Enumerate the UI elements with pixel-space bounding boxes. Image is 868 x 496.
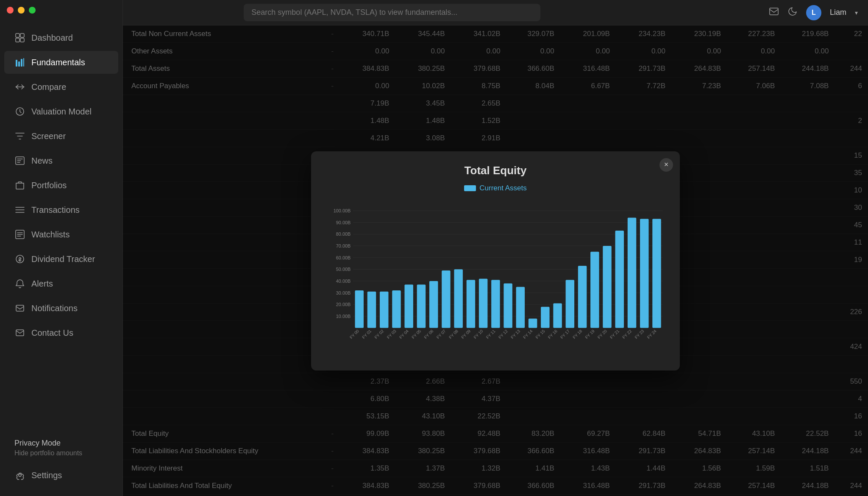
svg-text:FY 10: FY 10 [473,328,484,340]
svg-text:100.00B: 100.00B [334,208,351,213]
avatar: L [806,5,821,20]
sidebar-item-dashboard[interactable]: Dashboard [4,26,118,49]
sidebar: Dashboard Fundamentals Compare V [0,0,123,496]
svg-rect-67 [553,303,562,328]
main-content: L Liam ▾ Total Non Current Assets-340.71… [123,0,868,496]
news-icon [14,155,25,166]
modal-title: Total Equity [324,164,667,177]
svg-rect-75 [603,245,611,328]
legend-label: Current Assets [479,184,527,192]
legend-color-swatch [464,185,476,191]
transactions-icon [14,204,25,215]
svg-rect-65 [541,307,549,328]
svg-rect-69 [566,280,574,328]
svg-rect-0 [16,33,19,37]
svg-rect-5 [18,61,20,67]
sidebar-item-alerts[interactable]: Alerts [4,272,118,295]
svg-text:FY 20: FY 20 [597,328,608,340]
svg-text:FY 17: FY 17 [559,329,570,340]
compare-icon [14,81,25,92]
svg-text:90.00B: 90.00B [336,220,351,225]
sidebar-item-portfolios[interactable]: Portfolios [4,174,118,197]
sidebar-item-news[interactable]: News [4,149,118,172]
svg-text:FY 03: FY 03 [386,328,398,340]
svg-text:30.00B: 30.00B [336,290,351,295]
sidebar-label-dividend: Dividend Tracker [31,254,95,264]
fundamentals-icon [14,57,25,68]
theme-toggle-icon[interactable] [787,6,798,19]
svg-text:FY 24: FY 24 [646,328,658,340]
svg-text:40.00B: 40.00B [336,278,351,283]
svg-text:FY 09: FY 09 [460,328,472,340]
sidebar-label-transactions: Transactions [31,205,80,215]
svg-rect-57 [491,280,500,328]
svg-rect-35 [355,290,364,328]
svg-rect-63 [529,318,537,328]
modal-overlay[interactable]: × Total Equity Current Assets 10.00B20.0… [123,25,868,496]
privacy-mode-subtitle: Hide portfolio amounts [14,449,108,457]
email-icon[interactable] [769,6,779,19]
modal-close-button[interactable]: × [659,158,673,172]
svg-rect-51 [454,269,462,328]
sidebar-item-valuation[interactable]: Valuation Model [4,100,118,123]
svg-rect-61 [516,287,525,328]
svg-text:FY 06: FY 06 [423,328,434,340]
svg-rect-1 [20,33,24,37]
sidebar-item-dividend[interactable]: Dividend Tracker [4,248,118,270]
svg-text:FY 04: FY 04 [398,328,410,340]
svg-text:FY 22: FY 22 [621,329,632,340]
svg-point-11 [16,255,24,263]
svg-text:FY 02: FY 02 [373,329,384,340]
svg-text:FY 13: FY 13 [510,328,521,340]
svg-rect-55 [479,279,487,328]
privacy-mode-title: Privacy Mode [14,439,108,448]
sidebar-label-settings: Settings [31,471,62,480]
sidebar-item-screener[interactable]: Screener [4,125,118,148]
settings-icon [14,470,25,481]
header: L Liam ▾ [123,0,868,25]
search-input[interactable] [244,4,540,21]
sidebar-label-fundamentals: Fundamentals [31,58,85,67]
svg-rect-73 [590,251,599,328]
svg-rect-45 [417,284,426,328]
privacy-mode-section: Privacy Mode Hide portfolio amounts [4,433,118,463]
svg-text:80.00B: 80.00B [336,231,351,237]
svg-rect-37 [367,291,376,328]
dividend-icon [14,254,25,265]
svg-rect-83 [652,219,661,328]
sidebar-label-alerts: Alerts [31,279,53,289]
sidebar-item-contact[interactable]: Contact Us [4,321,118,344]
svg-rect-77 [615,231,624,328]
sidebar-label-valuation: Valuation Model [31,107,92,117]
header-right: L Liam ▾ [769,5,858,20]
svg-text:FY 21: FY 21 [609,329,620,340]
sidebar-item-settings[interactable]: Settings [4,464,118,487]
close-window-button[interactable] [7,7,14,14]
svg-text:20.00B: 20.00B [336,302,351,307]
sidebar-item-transactions[interactable]: Transactions [4,198,118,221]
user-chevron-icon[interactable]: ▾ [855,9,858,16]
svg-rect-81 [640,219,648,328]
svg-rect-59 [504,283,512,328]
sidebar-item-notifications[interactable]: Notifications [4,297,118,320]
svg-rect-43 [404,284,413,328]
svg-text:10.00B: 10.00B [336,313,351,318]
svg-rect-47 [429,281,438,328]
sidebar-item-fundamentals[interactable]: Fundamentals [4,51,118,74]
user-name[interactable]: Liam [830,8,846,17]
sidebar-label-notifications: Notifications [31,304,78,313]
sidebar-item-watchlists[interactable]: Watchlists [4,223,118,246]
minimize-window-button[interactable] [18,7,25,14]
svg-rect-7 [23,58,24,67]
notifications-icon [14,303,25,314]
window-controls [7,7,36,14]
watchlists-icon [14,229,25,240]
svg-text:FY 05: FY 05 [411,328,422,340]
svg-rect-12 [16,305,24,311]
sidebar-label-watchlists: Watchlists [31,230,70,240]
maximize-window-button[interactable] [29,7,36,14]
alerts-icon [14,278,25,289]
sidebar-item-compare[interactable]: Compare [4,75,118,98]
screener-icon [14,131,25,142]
chart-container: 10.00B20.00B30.00B40.00B50.00B60.00B70.0… [324,199,667,360]
